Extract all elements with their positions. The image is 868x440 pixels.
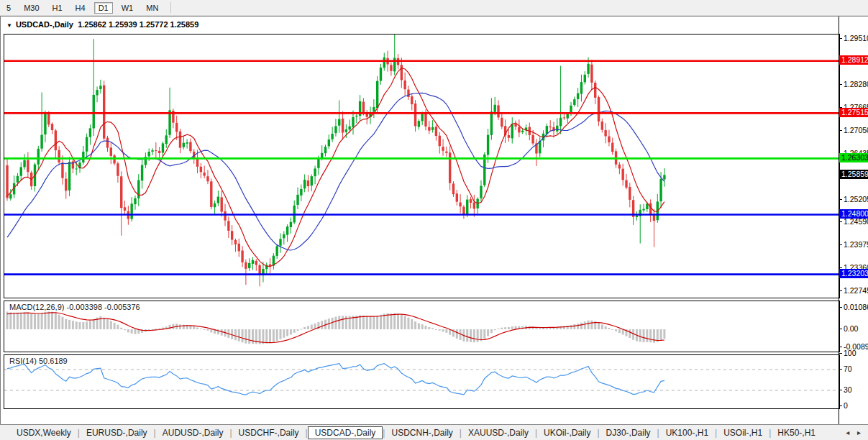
rsi-canvas[interactable] (4, 355, 839, 408)
candle-body (214, 203, 216, 207)
candle-body (452, 183, 454, 194)
candle-body (556, 126, 558, 132)
candle-body (383, 58, 385, 68)
macd-histogram-bar (380, 315, 382, 329)
macd-histogram-bar (20, 313, 22, 329)
macd-histogram-bar (404, 316, 406, 329)
candle-body (248, 263, 250, 268)
candle-body (480, 186, 482, 198)
macd-histogram-bar (193, 326, 195, 329)
macd-histogram-bar (639, 329, 641, 342)
macd-histogram-bar (110, 321, 112, 329)
tab-hk50-h1[interactable]: HK50-,H1 (771, 426, 822, 439)
main-chart-panel[interactable] (4, 34, 840, 298)
candle-body (590, 65, 593, 83)
tab-usdcad-daily[interactable]: USDCAD-,Daily (308, 426, 383, 439)
candle-body (6, 165, 8, 198)
macd-histogram-bar (483, 329, 485, 339)
macd-histogram-bar (390, 313, 392, 329)
macd-histogram-bar (120, 328, 122, 329)
candle-body (401, 65, 403, 80)
candle-body (393, 58, 396, 71)
macd-histogram-bar (588, 321, 590, 329)
candle-body (89, 128, 91, 137)
timeframe-button-mn[interactable]: MN (142, 2, 163, 14)
tab-usdcnh-daily[interactable]: USDCNH-,Daily (385, 426, 459, 439)
candle-body (17, 176, 19, 183)
tab-xauusd-daily[interactable]: XAUUSD-,Daily (462, 426, 535, 439)
macd-histogram-bar (93, 319, 95, 329)
candle-body (403, 81, 406, 89)
macd-histogram-bar (155, 329, 157, 329)
macd-histogram-bar (490, 329, 493, 333)
timeframe-button-m30[interactable]: M30 (19, 2, 43, 14)
macd-histogram-bar (47, 311, 50, 329)
candle-body (559, 118, 562, 127)
candle-body (200, 167, 202, 173)
timeframe-button-w1[interactable]: W1 (117, 2, 138, 14)
price-tick-1.2828: 1.28280 (844, 80, 868, 88)
tab-uk100-h1[interactable]: UK100-,H1 (659, 426, 715, 439)
candle-body (342, 119, 344, 133)
macd-histogram-bar (204, 329, 206, 330)
candle-body (51, 124, 53, 130)
tab-eurusd-daily[interactable]: EURUSD-,Daily (80, 426, 154, 439)
candle-body (466, 200, 468, 214)
macd-histogram-bar (196, 328, 198, 329)
candle-body (577, 93, 579, 99)
ma-fast-line (7, 68, 664, 267)
rsi-tick-tick (839, 369, 842, 370)
timeframe-button-h4[interactable]: H4 (71, 2, 90, 14)
candle-body (303, 180, 306, 188)
tab-usoil-h1[interactable]: USOil-,H1 (717, 426, 769, 439)
chart-dropdown-icon[interactable]: ▼ (6, 22, 12, 29)
macd-histogram-bar (262, 329, 264, 344)
macd-histogram-bar (338, 316, 340, 329)
macd-histogram-bar (252, 329, 254, 344)
candle-body (411, 96, 413, 104)
timeframe-button-5[interactable]: 5 (2, 2, 15, 14)
tab-ukoil-daily[interactable]: UKOil-,Daily (537, 426, 597, 439)
macd-histogram-bar (387, 313, 389, 329)
macd-histogram-bar (169, 325, 171, 329)
macd-histogram-bar (373, 316, 375, 329)
macd-panel[interactable]: MACD(12,26,9) -0.003398 -0.005376 (4, 301, 840, 352)
timeframe-button-d1[interactable]: D1 (94, 2, 113, 14)
macd-histogram-bar (127, 329, 129, 332)
candle-body (311, 176, 313, 185)
candle-body (203, 173, 205, 175)
timeframe-button-h1[interactable]: H1 (48, 2, 67, 14)
candle-body (473, 203, 475, 209)
macd-canvas[interactable] (4, 301, 839, 352)
tab-usdchf-daily[interactable]: USDCHF-,Daily (232, 426, 306, 439)
candle-body (165, 135, 168, 144)
candle-body (611, 143, 613, 152)
candle-body (317, 158, 319, 168)
macd-histogram-bar (629, 329, 631, 338)
macd-histogram-bar (414, 321, 416, 329)
price-chart-canvas[interactable] (4, 35, 839, 298)
macd-histogram-bar (269, 329, 271, 343)
candle-body (279, 239, 281, 246)
macd-histogram-bar (598, 323, 600, 329)
candle-body (608, 137, 610, 142)
macd-histogram-bar (477, 329, 479, 342)
price-tick-1.23975-tick (839, 244, 842, 245)
candle-body (151, 150, 153, 152)
tab-audusd-daily[interactable]: AUDUSD-,Daily (156, 426, 230, 439)
macd-tick-tick (839, 347, 842, 347)
tab-usdx-weekly[interactable]: USDX,Weekly (10, 426, 78, 439)
macd-histogram-bar (431, 328, 434, 329)
rsi-panel[interactable]: RSI(14) 50.6189 (4, 354, 840, 409)
macd-histogram-bar (99, 316, 101, 329)
macd-histogram-bar (245, 329, 247, 344)
macd-histogram-bar (334, 317, 337, 329)
tab-dj30-daily[interactable]: DJ30-,Daily (600, 426, 657, 439)
macd-histogram-bar (539, 328, 541, 329)
macd-histogram-bar (41, 313, 43, 329)
rsi-tick: 0 (844, 401, 848, 410)
candle-body (110, 147, 112, 156)
tab-scroll-arrows[interactable]: ◂ ▸ (846, 428, 864, 436)
candle-body (334, 126, 337, 133)
candle-body (531, 135, 534, 144)
